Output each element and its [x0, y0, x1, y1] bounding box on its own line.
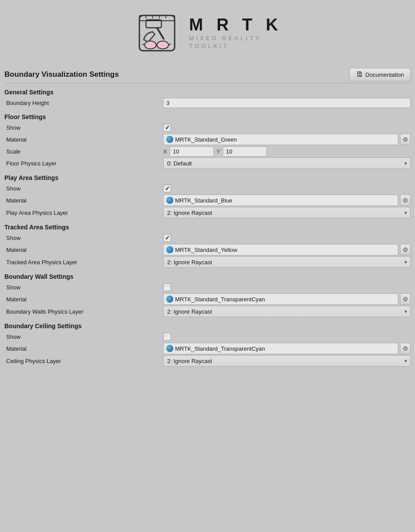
general-settings-title: General Settings — [4, 89, 411, 96]
wall-physics-layer-select[interactable]: 0: Default 1: TransparentFX 2: Ignore Ra… — [163, 306, 411, 317]
tracked-material-input[interactable]: MRTK_Standard_Yellow — [163, 244, 398, 255]
svg-point-9 — [157, 41, 168, 49]
brand-sub-line2: TOOLKIT — [189, 42, 282, 50]
floor-settings-group: Floor Settings Show Material MRTK_Standa… — [4, 113, 411, 169]
boundary-height-row: Boundary Height — [4, 97, 411, 108]
svg-line-2 — [157, 28, 164, 39]
floor-show-row: Show — [4, 122, 411, 133]
wall-material-row-inner: MRTK_Standard_TransparentCyan ⚙ — [163, 293, 411, 305]
floor-scale-x-label: X — [163, 148, 167, 155]
ceiling-material-row-inner: MRTK_Standard_TransparentCyan ⚙ — [163, 343, 411, 354]
play-physics-layer-value-wrap: 0: Default 1: TransparentFX 2: Ignore Ra… — [163, 207, 411, 218]
floor-physics-layer-select-wrap: 0: Default 1: TransparentFX 2: Ignore Ra… — [163, 157, 411, 169]
floor-physics-layer-row: Floor Physics Layer 0: Default 1: Transp… — [4, 157, 411, 169]
floor-material-row-inner: MRTK_Standard_Green ⚙ — [163, 134, 411, 145]
play-show-checkbox-wrap — [163, 184, 411, 192]
page-title: Boundary Visualization Settings — [4, 70, 119, 79]
play-material-text: MRTK_Standard_Blue — [175, 197, 232, 204]
ceiling-physics-layer-select-wrap: 0: Default 1: TransparentFX 2: Ignore Ra… — [163, 355, 411, 367]
boundary-height-value-wrap — [163, 98, 411, 108]
play-area-settings-title: Play Area Settings — [4, 174, 411, 181]
ceiling-material-gear-button[interactable]: ⚙ — [400, 343, 411, 354]
ceiling-physics-layer-select[interactable]: 0: Default 1: TransparentFX 2: Ignore Ra… — [163, 355, 411, 367]
floor-material-row: Material MRTK_Standard_Green ⚙ — [4, 134, 411, 145]
floor-material-value-wrap: MRTK_Standard_Green ⚙ — [163, 134, 411, 145]
mrtk-logo — [133, 9, 181, 57]
boundary-height-input[interactable] — [163, 98, 411, 108]
tracked-show-checkbox-wrap — [163, 234, 411, 242]
tracked-show-label: Show — [4, 235, 163, 241]
ceiling-physics-layer-label: Ceiling Physics Layer — [4, 358, 163, 364]
tracked-physics-layer-select-wrap: 0: Default 1: TransparentFX 2: Ignore Ra… — [163, 256, 411, 268]
wall-material-sphere — [166, 296, 173, 303]
tracked-material-sphere — [166, 246, 173, 253]
documentation-button[interactable]: 🖺 Documentation — [349, 68, 411, 81]
play-physics-layer-row: Play Area Physics Layer 0: Default 1: Tr… — [4, 207, 411, 218]
general-settings-group: General Settings Boundary Height — [4, 89, 411, 108]
ceiling-show-checkbox[interactable] — [163, 333, 171, 341]
wall-show-row: Show — [4, 282, 411, 292]
tracked-area-settings-group: Tracked Area Settings Show Material MRTK… — [4, 224, 411, 268]
floor-physics-layer-select[interactable]: 0: Default 1: TransparentFX 2: Ignore Ra… — [163, 157, 411, 169]
tracked-physics-layer-select[interactable]: 0: Default 1: TransparentFX 2: Ignore Ra… — [163, 256, 411, 268]
wall-show-checkbox-wrap — [163, 283, 411, 291]
ceiling-physics-layer-row: Ceiling Physics Layer 0: Default 1: Tran… — [4, 355, 411, 367]
wall-physics-layer-value-wrap: 0: Default 1: TransparentFX 2: Ignore Ra… — [163, 306, 411, 317]
app-header: M R T K MIXED REALITY TOOLKIT — [0, 0, 415, 64]
play-show-label: Show — [4, 185, 163, 192]
floor-material-label: Material — [4, 136, 163, 143]
wall-material-row: Material MRTK_Standard_TransparentCyan ⚙ — [4, 293, 411, 305]
floor-material-input[interactable]: MRTK_Standard_Green — [163, 134, 398, 145]
ceiling-show-checkbox-wrap — [163, 333, 411, 341]
play-physics-layer-select[interactable]: 0: Default 1: TransparentFX 2: Ignore Ra… — [163, 207, 411, 218]
tracked-physics-layer-value-wrap: 0: Default 1: TransparentFX 2: Ignore Ra… — [163, 256, 411, 268]
play-material-gear-button[interactable]: ⚙ — [400, 195, 411, 206]
tracked-show-checkbox[interactable] — [163, 234, 171, 242]
floor-scale-row: Scale X Y — [4, 146, 411, 157]
logo-container — [133, 9, 181, 57]
play-material-row-inner: MRTK_Standard_Blue ⚙ — [163, 195, 411, 206]
play-area-settings-group: Play Area Settings Show Material MRTK_St… — [4, 174, 411, 218]
floor-physics-layer-value-wrap: 0: Default 1: TransparentFX 2: Ignore Ra… — [163, 157, 411, 169]
play-material-row: Material MRTK_Standard_Blue ⚙ — [4, 195, 411, 206]
play-material-sphere — [166, 197, 173, 204]
play-material-input[interactable]: MRTK_Standard_Blue — [163, 195, 398, 206]
boundary-height-label: Boundary Height — [4, 100, 163, 106]
tracked-area-settings-title: Tracked Area Settings — [4, 224, 411, 231]
brand-title: M R T K — [189, 16, 282, 34]
floor-show-label: Show — [4, 124, 163, 131]
main-panel: Boundary Visualization Settings 🖺 Docume… — [0, 64, 415, 378]
wall-show-checkbox[interactable] — [163, 283, 171, 291]
ceiling-material-text: MRTK_Standard_TransparentCyan — [175, 345, 265, 352]
wall-material-text: MRTK_Standard_TransparentCyan — [175, 296, 265, 303]
floor-material-gear-button[interactable]: ⚙ — [400, 134, 411, 145]
wall-physics-layer-label: Boundary Walls Physics Layer — [4, 308, 163, 315]
tracked-material-gear-button[interactable]: ⚙ — [400, 244, 411, 255]
wall-show-label: Show — [4, 284, 163, 291]
tracked-material-label: Material — [4, 247, 163, 253]
ceiling-material-label: Material — [4, 345, 163, 352]
tracked-show-row: Show — [4, 232, 411, 243]
ceiling-show-row: Show — [4, 331, 411, 342]
play-show-checkbox[interactable] — [163, 184, 171, 192]
tracked-physics-layer-row: Tracked Area Physics Layer 0: Default 1:… — [4, 256, 411, 268]
floor-scale-x-input[interactable] — [170, 146, 214, 157]
floor-show-checkbox-wrap — [163, 124, 411, 131]
ceiling-material-input[interactable]: MRTK_Standard_TransparentCyan — [163, 343, 398, 354]
floor-physics-layer-label: Floor Physics Layer — [4, 160, 163, 167]
floor-scale-y-label: Y — [217, 148, 221, 155]
floor-scale-inner: X Y — [163, 146, 411, 157]
wall-material-gear-button[interactable]: ⚙ — [400, 293, 411, 305]
play-show-row: Show — [4, 183, 411, 194]
ceiling-material-value-wrap: MRTK_Standard_TransparentCyan ⚙ — [163, 343, 411, 354]
boundary-ceiling-settings-title: Boundary Ceiling Settings — [4, 322, 411, 330]
floor-scale-y-input[interactable] — [223, 146, 267, 157]
play-physics-layer-select-wrap: 0: Default 1: TransparentFX 2: Ignore Ra… — [163, 207, 411, 218]
section-header-row: Boundary Visualization Settings 🖺 Docume… — [4, 64, 411, 83]
play-physics-layer-label: Play Area Physics Layer — [4, 210, 163, 216]
tracked-physics-layer-label: Tracked Area Physics Layer — [4, 259, 163, 266]
tracked-material-text: MRTK_Standard_Yellow — [175, 247, 237, 253]
wall-material-input[interactable]: MRTK_Standard_TransparentCyan — [163, 293, 398, 305]
floor-show-checkbox[interactable] — [163, 124, 171, 131]
floor-settings-title: Floor Settings — [4, 113, 411, 120]
